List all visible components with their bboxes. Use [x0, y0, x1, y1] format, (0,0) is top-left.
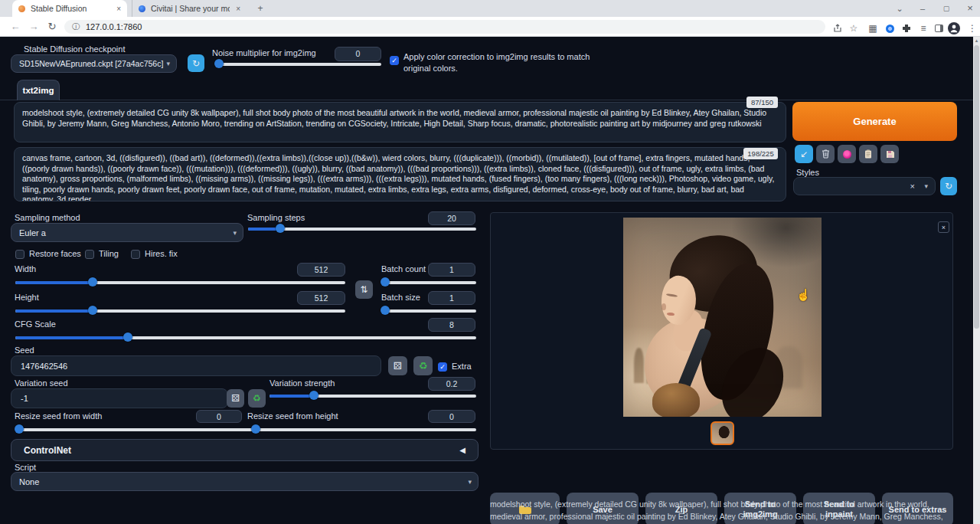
new-tab-button[interactable]: +: [254, 2, 266, 15]
script-dropdown[interactable]: None ▾: [11, 472, 479, 491]
slider-knob[interactable]: [381, 277, 390, 287]
extra-seed-checkbox[interactable]: ✓: [438, 362, 447, 372]
clear-prompt-trash-button[interactable]: [816, 145, 835, 163]
seed-input[interactable]: 1476462546: [11, 355, 381, 376]
styles-dropdown[interactable]: × ▾: [793, 177, 936, 195]
resize-seed-height-label: Resize seed from height: [247, 411, 338, 421]
slider-knob[interactable]: [123, 332, 132, 342]
height-slider[interactable]: [15, 306, 345, 315]
checkpoint-dropdown[interactable]: SD15NewVAEpruned.ckpt [27a4ac756c] ▾: [11, 54, 177, 73]
extensions-puzzle-icon[interactable]: [900, 21, 913, 35]
apps-grid-icon[interactable]: ▦: [866, 21, 880, 35]
reading-list-icon[interactable]: ≡: [916, 21, 930, 35]
tab-txt2img[interactable]: txt2img: [17, 80, 60, 100]
forward-icon[interactable]: →: [26, 19, 41, 34]
scrollbar-up-arrow[interactable]: ▲: [973, 37, 980, 44]
tab-search-chevron-icon[interactable]: ⌄: [888, 0, 911, 17]
controlnet-accordion[interactable]: ControlNet ◀: [11, 439, 479, 461]
apply-style-clipboard-button[interactable]: [859, 145, 877, 163]
browser-tab-active[interactable]: Stable Diffusion ×: [12, 0, 127, 17]
resize-seed-width-slider[interactable]: [15, 424, 253, 434]
sampling-steps-slider[interactable]: [248, 224, 476, 233]
window-close-button[interactable]: ×: [959, 0, 980, 17]
resize-seed-height-slider[interactable]: [253, 424, 476, 434]
reload-icon[interactable]: ↻: [44, 19, 60, 34]
chevron-down-icon[interactable]: ▾: [924, 182, 928, 190]
tiling-checkbox[interactable]: [85, 250, 94, 259]
negative-prompt-textarea[interactable]: canvas frame, cartoon, 3d, ((disfigured)…: [14, 147, 786, 201]
page-scrollbar[interactable]: ▲: [973, 37, 980, 524]
window-minimize-button[interactable]: –: [911, 0, 934, 17]
cfg-scale-slider[interactable]: [15, 332, 476, 342]
side-panel-icon[interactable]: [932, 21, 946, 35]
slider-knob[interactable]: [276, 224, 285, 233]
slider-knob[interactable]: [309, 391, 318, 400]
hires-fix-label: Hires. fix: [145, 249, 178, 258]
cfg-scale-label: CFG Scale: [15, 319, 56, 329]
save-style-floppy-button[interactable]: [880, 145, 899, 163]
kebab-menu-icon[interactable]: ⋮: [965, 21, 979, 35]
restore-faces-checkbox[interactable]: [15, 250, 24, 259]
reuse-seed-recycle-button[interactable]: ♻: [413, 356, 433, 375]
swap-width-height-button[interactable]: ⇅: [355, 280, 373, 299]
site-info-icon[interactable]: ⓘ: [72, 21, 80, 32]
tab-close-icon[interactable]: ×: [116, 5, 121, 13]
clear-styles-icon[interactable]: ×: [910, 182, 915, 191]
width-slider[interactable]: [15, 277, 345, 287]
seed-label: Seed: [15, 346, 34, 355]
resize-seed-width-input[interactable]: 0: [196, 410, 242, 423]
slider-knob[interactable]: [88, 277, 97, 287]
generate-button[interactable]: Generate: [792, 102, 957, 141]
width-label: Width: [15, 264, 36, 273]
batch-size-slider[interactable]: [381, 306, 476, 315]
paste-params-button[interactable]: ↙: [795, 145, 813, 163]
variation-strength-input[interactable]: 0.2: [428, 377, 475, 391]
variation-seed-recycle-button[interactable]: ♻: [248, 389, 266, 408]
checkpoint-refresh-button[interactable]: ↻: [188, 54, 204, 72]
slider-knob[interactable]: [214, 59, 224, 68]
share-icon[interactable]: [831, 21, 844, 35]
slider-knob[interactable]: [15, 424, 24, 434]
batch-count-input[interactable]: 1: [428, 263, 475, 277]
profile-avatar[interactable]: [947, 21, 961, 35]
color-correction-checkbox[interactable]: ✓: [390, 56, 399, 65]
variation-strength-slider[interactable]: [270, 391, 476, 400]
back-icon[interactable]: ←: [8, 19, 23, 34]
slider-knob[interactable]: [251, 424, 260, 434]
prompt-textarea[interactable]: modelshoot style, (extremely detailed CG…: [14, 102, 786, 142]
color-correction-label: Apply color correction to img2img result…: [403, 51, 591, 74]
batch-size-label: Batch size: [381, 293, 420, 302]
variation-seed-dice-button[interactable]: ⚄: [227, 389, 244, 408]
status-dot-icon[interactable]: [883, 21, 897, 35]
generated-image[interactable]: [623, 218, 822, 417]
negative-token-counter: 198/225: [743, 148, 778, 159]
sampling-method-value: Euler a: [19, 228, 46, 237]
noise-multiplier-slider[interactable]: [216, 59, 381, 68]
width-input[interactable]: 512: [297, 263, 345, 277]
browser-tab-inactive[interactable]: Civitai | Share your models ×: [132, 0, 247, 17]
styles-refresh-button[interactable]: ↻: [940, 177, 957, 195]
cfg-scale-input[interactable]: 8: [428, 318, 475, 332]
bookmark-star-icon[interactable]: ☆: [847, 21, 861, 35]
gallery-thumbnail-selected[interactable]: [710, 421, 734, 445]
window-maximize-button[interactable]: ▢: [935, 0, 958, 17]
style-flower-button[interactable]: [838, 145, 856, 163]
sampling-method-dropdown[interactable]: Euler a ▾: [11, 223, 243, 242]
close-gallery-button[interactable]: ×: [938, 221, 949, 233]
civitai-favicon: [139, 5, 145, 12]
scrollbar-thumb[interactable]: [974, 45, 979, 329]
batch-count-slider[interactable]: [381, 277, 476, 287]
resize-seed-height-input[interactable]: 0: [428, 410, 475, 423]
random-seed-dice-button[interactable]: ⚄: [388, 356, 407, 375]
hires-fix-checkbox[interactable]: [131, 250, 140, 259]
restore-faces-label: Restore faces: [29, 249, 81, 258]
browser-tab-title: Civitai | Share your models: [151, 4, 230, 13]
variation-seed-input[interactable]: -1: [11, 388, 228, 408]
slider-knob[interactable]: [88, 306, 97, 315]
slider-knob[interactable]: [381, 306, 390, 315]
height-input[interactable]: 512: [297, 291, 345, 305]
batch-size-input[interactable]: 1: [428, 291, 475, 305]
tab-close-icon[interactable]: ×: [236, 5, 240, 13]
address-bar[interactable]: ⓘ 127.0.0.1:7860: [64, 20, 825, 34]
batch-count-label: Batch count: [381, 264, 426, 273]
